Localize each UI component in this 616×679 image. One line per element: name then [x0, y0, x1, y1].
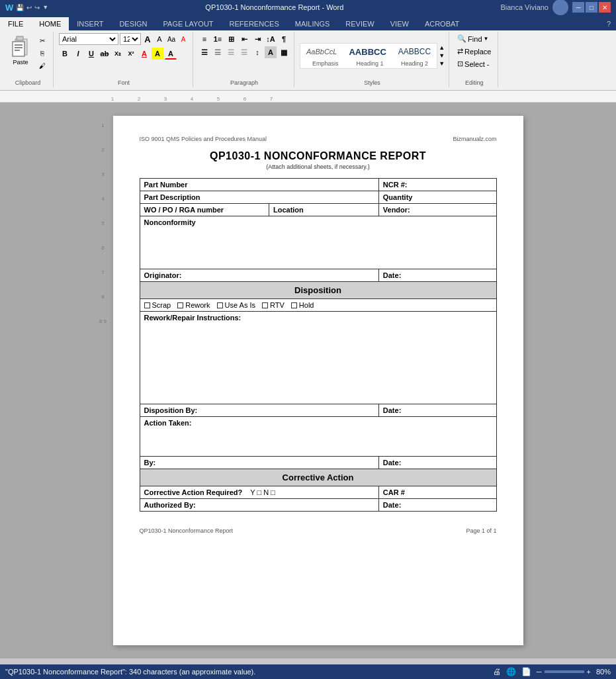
tab-file[interactable]: FILE: [0, 17, 31, 30]
scrap-checkbox[interactable]: [144, 302, 150, 308]
paste-button[interactable]: Paste: [7, 33, 34, 68]
underline-button[interactable]: U: [85, 48, 97, 60]
decrease-indent-button[interactable]: ⇤: [238, 33, 250, 45]
undo-icon[interactable]: ↩: [26, 4, 32, 11]
format-painter-button[interactable]: 🖌: [36, 60, 49, 71]
help-icon[interactable]: ?: [601, 17, 616, 30]
tab-page-layout[interactable]: PAGE LAYOUT: [155, 17, 222, 30]
strikethrough-button[interactable]: ab: [99, 48, 110, 60]
line-spacing-button[interactable]: ↕: [251, 46, 263, 58]
align-center-button[interactable]: ☰: [212, 46, 224, 58]
replace-button[interactable]: ⇄ Replace: [455, 46, 494, 57]
checkboxes-row: Scrap Rework Use As Is RTV: [144, 301, 492, 309]
align-right-button[interactable]: ☰: [225, 46, 237, 58]
font-color-button[interactable]: A: [165, 48, 177, 60]
tab-design[interactable]: DESIGN: [111, 17, 155, 30]
find-arrow: ▼: [484, 36, 489, 42]
view-print-icon[interactable]: 🖨: [493, 667, 501, 676]
increase-indent-button[interactable]: ⇥: [251, 33, 263, 45]
tab-review[interactable]: REVIEW: [337, 17, 382, 30]
cut-button[interactable]: ✂: [36, 34, 49, 46]
style-emphasis[interactable]: AaBbCcL: [302, 46, 341, 58]
close-button[interactable]: ✕: [599, 2, 611, 13]
style-heading2[interactable]: AABBCC: [394, 45, 435, 58]
sort-button[interactable]: ↕A: [265, 33, 277, 45]
corrective-action-header: Corrective Action: [140, 469, 496, 486]
tab-references[interactable]: REFERENCES: [222, 17, 287, 30]
clear-format-button[interactable]: A: [178, 34, 189, 44]
tab-insert[interactable]: INSERT: [69, 17, 111, 30]
ribbon-tabs: FILE HOME INSERT DESIGN PAGE LAYOUT REFE…: [0, 15, 616, 30]
cb-rework: Rework: [177, 301, 210, 309]
show-hide-button[interactable]: ¶: [278, 33, 290, 45]
italic-button[interactable]: I: [72, 48, 84, 60]
font-shrink-button[interactable]: A: [154, 34, 165, 44]
copy-button[interactable]: ⎘: [36, 47, 49, 59]
shading-button[interactable]: A: [265, 46, 277, 58]
styles-scroll-up[interactable]: ▲: [439, 44, 445, 51]
page[interactable]: ISO 9001 QMS Policies and Procedures Man…: [113, 116, 523, 645]
rtv-checkbox[interactable]: [262, 302, 268, 308]
bold-button[interactable]: B: [59, 48, 71, 60]
style-heading1[interactable]: AABBCC: [344, 45, 390, 59]
row-nonconformity: Nonconformity: [140, 216, 496, 269]
text-color-button[interactable]: A: [138, 48, 150, 60]
cb-scrap: Scrap: [144, 301, 171, 309]
group-clipboard: Paste ✂ ⎘ 🖌 Clipboard: [3, 32, 54, 87]
rework-checkbox[interactable]: [177, 302, 183, 308]
numbering-button[interactable]: 1≡: [212, 33, 224, 45]
tab-mailings[interactable]: MAILINGS: [287, 17, 338, 30]
group-editing: 🔍 Find ▼ ⇄ Replace ⊡ Select - Editing: [451, 32, 498, 87]
font-name-select[interactable]: Arial: [59, 33, 118, 45]
minimize-button[interactable]: ─: [572, 2, 584, 13]
highlight-button[interactable]: A: [152, 48, 163, 60]
find-icon: 🔍: [457, 34, 466, 43]
bullets-button[interactable]: ≡: [198, 33, 210, 45]
row-part-desc: Part Description Quantity: [140, 191, 496, 204]
tab-view[interactable]: VIEW: [382, 17, 417, 30]
styles-more[interactable]: ▼: [439, 60, 445, 67]
customize-icon[interactable]: ▼: [42, 4, 48, 11]
select-button[interactable]: ⊡ Select -: [455, 58, 492, 69]
svg-rect-3: [15, 44, 22, 46]
paste-label: Paste: [13, 59, 28, 66]
zoom-out-button[interactable]: ─: [537, 668, 542, 676]
select-label: Select -: [464, 60, 489, 68]
editing-label: Editing: [465, 78, 484, 86]
multilevel-button[interactable]: ⊞: [225, 33, 237, 45]
redo-icon[interactable]: ↪: [34, 4, 40, 11]
font-size-select[interactable]: 12: [120, 33, 141, 45]
align-left-button[interactable]: ☰: [198, 46, 210, 58]
tab-acrobat[interactable]: ACROBAT: [417, 17, 467, 30]
justify-button[interactable]: ☰: [238, 46, 250, 58]
change-case-button[interactable]: Aa: [166, 34, 177, 44]
rework-cell: Rework/Repair Instructions:: [140, 312, 496, 404]
location-label: Location: [269, 204, 378, 216]
view-web-icon[interactable]: 🌐: [506, 667, 516, 676]
group-styles: AaBbCcL AABBCC AABBCC Emphasis Heading 1…: [296, 32, 449, 87]
superscript-button[interactable]: X²: [125, 48, 137, 60]
font-name-row: Arial 12 A A Aa A: [59, 33, 189, 45]
save-icon[interactable]: 💾: [16, 4, 24, 11]
font-format-row: B I U ab X₂ X² A A A: [59, 48, 177, 60]
svg-rect-1: [13, 42, 24, 56]
font-grow-button[interactable]: A: [142, 34, 153, 44]
zoom-slider[interactable]: [545, 670, 584, 673]
svg-rect-2: [17, 36, 23, 40]
view-outline-icon[interactable]: 📄: [521, 667, 531, 676]
hold-checkbox[interactable]: [291, 302, 297, 308]
styles-scroll-down[interactable]: ▼: [439, 52, 445, 59]
doc-subtitle: (Attach additional sheets, if necessary.…: [140, 163, 497, 170]
borders-button[interactable]: ▦: [278, 46, 290, 58]
ribbon: FILE HOME INSERT DESIGN PAGE LAYOUT REFE…: [0, 15, 616, 91]
subscript-button[interactable]: X₂: [112, 48, 124, 60]
tab-home[interactable]: HOME: [31, 17, 69, 30]
corrective-required-cell: Corrective Action Required? Y □ N □: [140, 486, 378, 499]
zoom-in-button[interactable]: +: [587, 668, 591, 676]
find-button[interactable]: 🔍 Find ▼: [455, 33, 491, 44]
group-font: Arial 12 A A Aa A B I U ab X₂ X²: [55, 32, 193, 87]
restore-button[interactable]: □: [586, 2, 597, 13]
use-as-is-checkbox[interactable]: [217, 302, 223, 308]
window-controls[interactable]: ─ □ ✕: [572, 2, 611, 13]
disposition-by-label: Disposition By:: [140, 404, 378, 417]
